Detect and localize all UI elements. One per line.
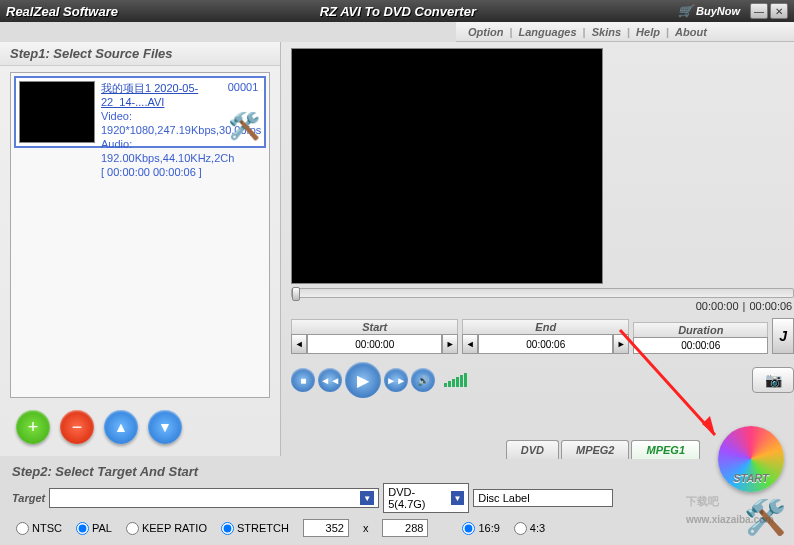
end-next-button[interactable]: ► (613, 334, 629, 354)
end-label: End (462, 319, 629, 334)
menu-option[interactable]: Option (468, 26, 503, 38)
mark-button[interactable]: J (772, 318, 794, 354)
total-time: 00:00:06 (749, 300, 792, 312)
preview-player[interactable] (291, 48, 603, 284)
ntsc-radio[interactable]: NTSC (16, 522, 62, 535)
dropdown-icon: ▼ (360, 491, 374, 505)
prev-button[interactable]: ◄◄ (318, 368, 342, 392)
add-file-button[interactable]: + (16, 410, 50, 444)
keep-ratio-radio[interactable]: KEEP RATIO (126, 522, 207, 535)
stretch-radio[interactable]: STRETCH (221, 522, 289, 535)
file-thumbnail (19, 81, 95, 143)
app-title: RZ AVI To DVD Converter (118, 4, 678, 19)
tab-mpeg2[interactable]: MPEG2 (561, 440, 630, 459)
start-prev-button[interactable]: ◄ (291, 334, 307, 354)
volume-meter[interactable] (444, 373, 467, 387)
step1-header: Step1: Select Source Files (0, 42, 280, 66)
step2-panel: Step2: Select Target And Start Target ▼ … (8, 462, 786, 541)
duration-label: Duration (633, 322, 768, 337)
menu-help[interactable]: Help (636, 26, 660, 38)
watermark: 下载吧 www.xiazaiba.com (686, 469, 774, 525)
pal-radio[interactable]: PAL (76, 522, 112, 535)
end-time-input[interactable] (478, 334, 613, 354)
move-up-button[interactable]: ▲ (104, 410, 138, 444)
current-time: 00:00:00 (696, 300, 739, 312)
disc-size-combo[interactable]: DVD-5(4.7G)▼ (383, 483, 469, 513)
menu-bar: Option| Languages| Skins| Help| About (456, 22, 794, 42)
playback-row: ■ ◄◄ ▶ ►► 🔊 📷 (281, 358, 794, 402)
buy-now-link[interactable]: 🛒 BuyNow (678, 4, 740, 18)
output-tabs: DVD MPEG2 MPEG1 (498, 440, 708, 459)
brand-label: RealZeal Software (6, 4, 118, 19)
aspect-43-radio[interactable]: 4:3 (514, 522, 545, 535)
move-down-button[interactable]: ▼ (148, 410, 182, 444)
height-input[interactable] (382, 519, 428, 537)
right-pane: 00:00:00 | 00:00:06 Start ◄ ► End ◄ ► (281, 42, 794, 456)
width-input[interactable] (303, 519, 349, 537)
target-label: Target (12, 492, 45, 504)
remove-file-button[interactable]: − (60, 410, 94, 444)
step2-header: Step2: Select Target And Start (8, 462, 786, 481)
menu-about[interactable]: About (675, 26, 707, 38)
file-item[interactable]: 我的项目1 2020-05-22_14-....AVI Video: 1920*… (14, 76, 266, 148)
time-labels: 00:00:00 | 00:00:06 (281, 298, 794, 314)
start-label: Start (291, 319, 458, 334)
stop-button[interactable]: ■ (291, 368, 315, 392)
target-drive-combo[interactable]: ▼ (49, 488, 379, 508)
x-label: x (363, 522, 369, 534)
left-pane: Step1: Select Source Files 我的项目1 2020-05… (0, 42, 281, 456)
aspect-169-radio[interactable]: 16:9 (462, 522, 499, 535)
next-button[interactable]: ►► (384, 368, 408, 392)
menu-skins[interactable]: Skins (592, 26, 621, 38)
tools-icon: 🛠️ (228, 111, 260, 142)
tab-dvd[interactable]: DVD (506, 440, 559, 459)
menu-languages[interactable]: Languages (519, 26, 577, 38)
end-prev-button[interactable]: ◄ (462, 334, 478, 354)
disc-label-input[interactable]: Disc Label (473, 489, 613, 507)
duration-input[interactable] (633, 337, 768, 354)
title-bar: RealZeal Software RZ AVI To DVD Converte… (0, 0, 794, 22)
file-index: 00001 (228, 81, 259, 93)
tab-mpeg1[interactable]: MPEG1 (631, 440, 700, 459)
start-time-input[interactable] (307, 334, 442, 354)
file-buttons: + − ▲ ▼ (0, 404, 280, 450)
trim-row: Start ◄ ► End ◄ ► Duration (281, 314, 794, 358)
close-button[interactable]: ✕ (770, 3, 788, 19)
file-list[interactable]: 我的项目1 2020-05-22_14-....AVI Video: 1920*… (10, 72, 270, 398)
snapshot-button[interactable]: 📷 (752, 367, 794, 393)
file-time-range: [ 00:00:00 00:00:06 ] (101, 165, 261, 179)
minimize-button[interactable]: — (750, 3, 768, 19)
dropdown-icon: ▼ (451, 491, 465, 505)
seek-bar[interactable] (291, 288, 794, 298)
mute-button[interactable]: 🔊 (411, 368, 435, 392)
start-next-button[interactable]: ► (442, 334, 458, 354)
play-button[interactable]: ▶ (345, 362, 381, 398)
seek-thumb[interactable] (292, 287, 300, 301)
